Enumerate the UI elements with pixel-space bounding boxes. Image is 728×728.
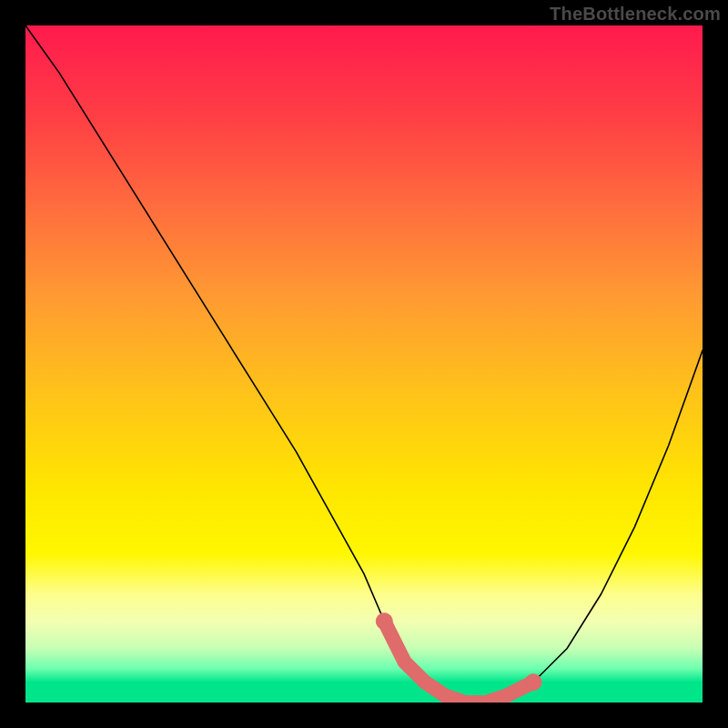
optimal-marker-dot	[376, 613, 392, 630]
plot-area	[25, 25, 703, 703]
optimal-marker-band	[384, 622, 533, 703]
chart-stage: TheBottleneck.com	[0, 0, 728, 728]
optimal-marker-dot	[525, 674, 541, 691]
watermark-text: TheBottleneck.com	[550, 4, 721, 25]
bottleneck-curve-line	[25, 25, 703, 703]
bottleneck-curve-svg	[25, 25, 703, 703]
